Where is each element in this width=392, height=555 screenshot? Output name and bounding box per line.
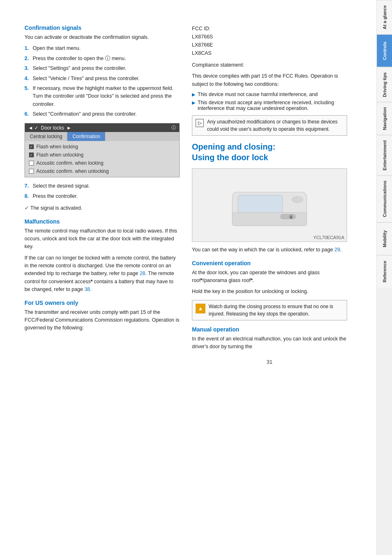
- step-6: 6. Select "Confirmation" and press the c…: [24, 110, 180, 118]
- sidebar-tab-driving-tips[interactable]: Driving tips: [377, 67, 392, 102]
- car-door-image: YCL70ECA91A: [192, 168, 347, 242]
- sidebar-tab-at-a-glance[interactable]: At a glance: [377, 0, 392, 34]
- step-8: 8. Press the controller.: [24, 192, 180, 200]
- option-flash-unlocking[interactable]: ✓ Flash when unlocking: [25, 151, 179, 159]
- option-flash-locking[interactable]: ✓ Flash when locking: [25, 143, 179, 151]
- link-page38[interactable]: 38: [85, 286, 90, 292]
- step-3: 3. Select "Settings" and press the contr…: [24, 65, 180, 72]
- svg-rect-2: [232, 213, 307, 226]
- step-1: 1. Open the start menu.: [24, 45, 180, 52]
- for-us-owners-section: For US owners only The transmitter and r…: [24, 300, 180, 332]
- checkbox-acoustic-unlocking[interactable]: [29, 169, 34, 174]
- svg-rect-3: [281, 215, 295, 219]
- steps-list: 1. Open the start menu. 2. Press the con…: [24, 45, 180, 118]
- tab-central-locking[interactable]: Central locking: [25, 132, 67, 141]
- sidebar-tab-mobility[interactable]: Mobility: [377, 222, 392, 255]
- sidebar-tab-navigation[interactable]: Navigation: [377, 102, 392, 135]
- option-acoustic-unlocking[interactable]: Acoustic confirm. when unlocking: [25, 167, 179, 175]
- image-caption: YCL70ECA91A: [313, 235, 344, 240]
- door-locks-header: ◄ ✓ Door locks ► ⓘ: [25, 123, 179, 132]
- arrow-icon-2: ▶: [192, 100, 195, 105]
- convenient-operation-section: Convenient operation At the door lock, y…: [192, 260, 347, 320]
- sidebar-tab-controls[interactable]: Controls: [377, 34, 392, 67]
- svg-point-8: [292, 197, 303, 203]
- for-us-owners-heading: For US owners only: [24, 300, 180, 306]
- malfunctions-heading: Malfunctions: [24, 218, 180, 225]
- page-number: 31: [192, 359, 347, 365]
- step-4: 4. Select "Vehicle / Tires" and press th…: [24, 75, 180, 83]
- link-page29[interactable]: 29: [334, 247, 340, 253]
- fcc-ids: FCC ID: LX8766S LX8766E LX8CAS: [192, 25, 347, 57]
- door-locks-ui: ◄ ✓ Door locks ► ⓘ Central locking Confi…: [24, 123, 180, 177]
- svg-rect-6: [290, 216, 292, 218]
- option-acoustic-locking[interactable]: Acoustic confirm. when locking: [25, 159, 179, 167]
- sidebar: At a glance Controls Driving tips Naviga…: [376, 0, 392, 555]
- compliance-heading: Compliance statement:: [192, 61, 347, 69]
- steps-list-2: 7. Select the desired signal. 8. Press t…: [24, 182, 180, 200]
- door-locks-options: ✓ Flash when locking ✓ Flash when unlock…: [25, 141, 179, 177]
- step-7: 7. Select the desired signal.: [24, 182, 180, 190]
- checkmark-note: ✓ The signal is activated.: [24, 204, 180, 212]
- fcc-warning-box: ▷ Any unauthorized modifications or chan…: [192, 115, 347, 136]
- fcc-ids-block: FCC ID: LX8766S LX8766E LX8CAS: [192, 25, 347, 57]
- manual-operation-section: Manual operation In the event of an elec…: [192, 326, 347, 351]
- for-us-owners-para1: The transmitter and receiver units compl…: [24, 309, 180, 332]
- opening-closing-body: You can set the way in which the car is …: [192, 246, 347, 254]
- compliance-text: This device complies with part 15 of the…: [192, 72, 347, 88]
- convenient-operation-para2: Hold the key in the position for unlocki…: [192, 288, 347, 295]
- convenient-operation-heading: Convenient operation: [192, 260, 347, 266]
- sidebar-tab-reference[interactable]: Reference: [377, 255, 392, 288]
- sidebar-tab-entertainment[interactable]: Entertainment: [377, 135, 392, 175]
- confirmation-signals-heading: Confirmation signals: [24, 25, 180, 31]
- arrow-icon-1: ▶: [192, 92, 195, 97]
- step-5: 5. If necessary, move the highlight mark…: [24, 85, 180, 108]
- door-locks-tabs: Central locking Confirmation: [25, 132, 179, 141]
- fcc-bullet-1: ▶ This device must not cause harmful int…: [192, 92, 347, 97]
- caution-triangle-icon: ▲: [196, 304, 205, 313]
- link-page28[interactable]: 28: [140, 271, 145, 276]
- checkbox-acoustic-locking[interactable]: [29, 161, 34, 166]
- fcc-warning-text: Any unauthorized modifications or change…: [207, 118, 343, 133]
- malfunctions-para2: If the car can no longer be locked with …: [24, 254, 180, 294]
- fcc-bullet-2: ▶ This device must accept any interferen…: [192, 100, 347, 111]
- opening-closing-heading: Opening and closing:Using the door lock: [192, 141, 347, 163]
- checkbox-flash-unlocking[interactable]: ✓: [29, 152, 34, 157]
- door-locks-title: Door locks: [41, 125, 64, 131]
- step-2: 2. Press the controller to open the ⓘ me…: [24, 55, 180, 63]
- car-door-svg: [229, 177, 310, 234]
- caution-box: ▲ Watch during the closing process to en…: [192, 300, 347, 320]
- manual-operation-heading: Manual operation: [192, 326, 347, 333]
- checkbox-flash-locking[interactable]: ✓: [29, 144, 34, 149]
- caution-text: Watch during the closing process to ensu…: [209, 303, 343, 318]
- malfunctions-section: Malfunctions The remote control may malf…: [24, 218, 180, 294]
- warning-play-icon: ▷: [196, 119, 204, 127]
- manual-operation-para1: In the event of an electrical malfunctio…: [192, 335, 347, 351]
- confirmation-signals-intro: You can activate or deactivate the confi…: [24, 34, 180, 41]
- sidebar-tab-communications[interactable]: Communications: [377, 175, 392, 222]
- convenient-operation-para1: At the door lock, you can operate the wi…: [192, 269, 347, 285]
- tab-confirmation[interactable]: Confirmation: [67, 132, 105, 141]
- svg-rect-1: [238, 195, 283, 214]
- malfunctions-para1: The remote control may malfunction due t…: [24, 227, 180, 251]
